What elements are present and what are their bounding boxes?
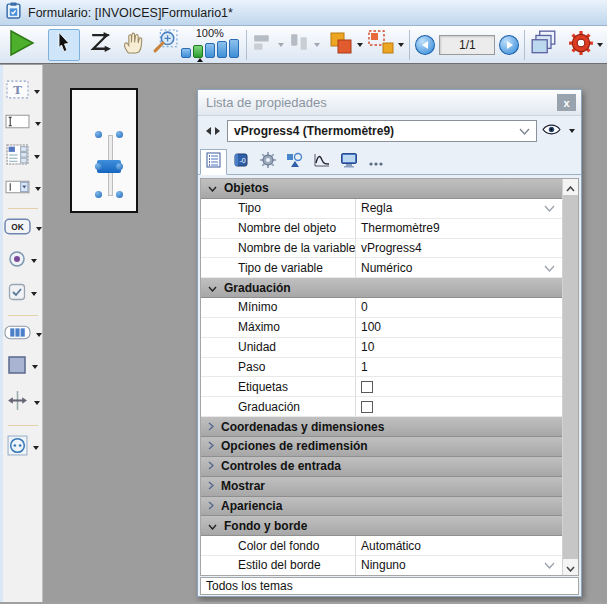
section-header-mostrar[interactable]: Mostrar <box>201 477 562 497</box>
section-header-coordenadas-y-dimensiones[interactable]: Coordenadas y dimensiones <box>201 417 562 437</box>
selection-handle[interactable] <box>95 191 102 198</box>
object-selector-combo[interactable]: vProgress4 (Thermomètre9) <box>227 120 537 142</box>
scroll-down-button[interactable] <box>563 559 578 575</box>
sidebar-tool-check-box[interactable] <box>8 283 37 305</box>
preferences-dropdown-arrow[interactable] <box>597 43 603 47</box>
panel-tab-display[interactable] <box>335 149 362 175</box>
property-value[interactable]: 0 <box>355 298 562 317</box>
tool-dropdown-arrow[interactable] <box>36 227 42 231</box>
tool-dropdown-arrow[interactable] <box>31 292 37 296</box>
zoom-bar-4[interactable] <box>217 41 227 58</box>
selection-handle[interactable] <box>116 131 123 138</box>
property-value[interactable]: Thermomètre9 <box>355 219 562 238</box>
property-value[interactable] <box>355 397 562 416</box>
duplicate-many-button[interactable] <box>369 29 405 61</box>
property-value[interactable]: Numérico <box>355 258 562 277</box>
panel-tab-events[interactable] <box>308 149 335 175</box>
panel-tab-more[interactable] <box>362 149 389 175</box>
checkbox[interactable] <box>361 401 373 413</box>
property-value[interactable]: Regla <box>355 199 562 218</box>
selection-handle[interactable] <box>95 163 102 170</box>
section-header-controles-de-entrada[interactable]: Controles de entrada <box>201 457 562 477</box>
zoom-widget[interactable]: 100% <box>181 27 239 62</box>
tool-dropdown-arrow[interactable] <box>36 333 42 337</box>
themes-footer[interactable]: Todos los temas <box>200 577 579 595</box>
scrollbar-thumb[interactable] <box>563 195 578 559</box>
form-page[interactable] <box>70 88 138 213</box>
section-header-apariencia[interactable]: Apariencia <box>201 497 562 517</box>
zoom-bar-3[interactable] <box>205 43 215 58</box>
display-views-button[interactable] <box>530 29 558 61</box>
distribute-dropdown-arrow[interactable] <box>314 43 320 47</box>
sidebar-tool-tab-control[interactable] <box>4 325 42 344</box>
zoom-bar-current[interactable] <box>193 45 203 58</box>
duplicate-dropdown-arrow[interactable] <box>398 43 404 47</box>
tool-dropdown-arrow[interactable] <box>34 90 40 94</box>
property-value[interactable] <box>355 377 562 396</box>
zoom-tool-button[interactable] <box>152 29 179 61</box>
entry-order-button[interactable] <box>88 29 114 61</box>
level-objects-button[interactable] <box>328 29 363 61</box>
sidebar-tool-input[interactable] <box>5 114 41 133</box>
chevron-down-icon[interactable] <box>544 558 555 572</box>
section-header-opciones-de-redimensi-n[interactable]: Opciones de redimensión <box>201 437 562 457</box>
sidebar-tool-list-box[interactable] <box>6 144 40 169</box>
tool-dropdown-arrow[interactable] <box>32 365 38 369</box>
move-tool-button[interactable] <box>121 29 147 61</box>
sidebar-tool-combo-box[interactable] <box>5 180 41 198</box>
select-tool-button[interactable] <box>48 29 80 61</box>
zoom-bars[interactable] <box>181 39 239 58</box>
panel-tab-settings[interactable] <box>254 149 281 175</box>
distribute-objects-button[interactable] <box>288 29 320 61</box>
align-dropdown-arrow[interactable] <box>278 43 284 47</box>
align-objects-button[interactable] <box>252 29 284 61</box>
section-header-objetos[interactable]: Objetos <box>201 179 562 199</box>
next-page-button[interactable] <box>499 35 519 55</box>
panel-tab-macros[interactable]: -0 <box>227 149 254 175</box>
scrollbar[interactable] <box>562 179 578 575</box>
property-value[interactable]: 1 <box>355 358 562 377</box>
selection-handle[interactable] <box>95 131 102 138</box>
property-value[interactable]: Ninguno <box>355 556 562 575</box>
panel-tab-property-list[interactable] <box>200 149 227 175</box>
panel-close-button[interactable]: x <box>557 94 576 111</box>
eye-icon[interactable] <box>542 122 561 140</box>
panel-titlebar[interactable]: Lista de propiedades x <box>198 90 581 116</box>
tool-dropdown-arrow[interactable] <box>33 446 39 450</box>
object-nav-arrows-icon[interactable] <box>204 122 222 140</box>
property-value[interactable]: Automático <box>355 536 562 555</box>
tool-dropdown-arrow[interactable] <box>35 187 41 191</box>
chevron-down-icon[interactable] <box>544 201 555 215</box>
property-value[interactable]: vProgress4 <box>355 239 562 258</box>
tool-dropdown-arrow[interactable] <box>34 155 40 159</box>
page-indicator[interactable]: 1/1 <box>439 35 495 55</box>
sidebar-tool-static-text[interactable]: T <box>6 80 40 103</box>
execute-form-button[interactable] <box>6 29 36 61</box>
previous-page-button[interactable] <box>415 35 435 55</box>
sidebar-tool-radio-button[interactable] <box>8 250 37 272</box>
selection-handle[interactable] <box>116 163 123 170</box>
tool-dropdown-arrow[interactable] <box>31 259 37 263</box>
selection-handle[interactable] <box>116 191 123 198</box>
property-value[interactable]: 10 <box>355 338 562 357</box>
form-canvas[interactable]: Lista de propiedades x vProgress4 (Therm… <box>43 65 607 604</box>
property-value[interactable]: 100 <box>355 318 562 337</box>
tool-dropdown-arrow[interactable] <box>34 401 40 405</box>
panel-tab-objects[interactable] <box>281 149 308 175</box>
sidebar-tool-splitter[interactable] <box>6 390 40 415</box>
zoom-bar-1[interactable] <box>181 48 191 58</box>
tool-dropdown-arrow[interactable] <box>35 122 41 126</box>
window-titlebar[interactable]: Formulario: [INVOICES]Formulario1* <box>0 0 607 26</box>
zoom-bar-5[interactable] <box>229 39 239 58</box>
section-header-graduaci-n[interactable]: Graduación <box>201 278 562 298</box>
sidebar-tool-button[interactable]: OK <box>4 218 42 239</box>
checkbox[interactable] <box>361 381 373 393</box>
sidebar-tool-rectangle[interactable] <box>7 355 38 379</box>
eye-dropdown-arrow[interactable] <box>569 129 575 133</box>
section-header-fondo-y-borde[interactable]: Fondo y borde <box>201 516 562 536</box>
sidebar-tool-plugin-area[interactable] <box>7 435 39 460</box>
preferences-button[interactable] <box>568 29 603 61</box>
scroll-up-button[interactable] <box>563 179 578 195</box>
chevron-down-icon[interactable] <box>544 261 555 275</box>
level-dropdown-arrow[interactable] <box>357 43 363 47</box>
